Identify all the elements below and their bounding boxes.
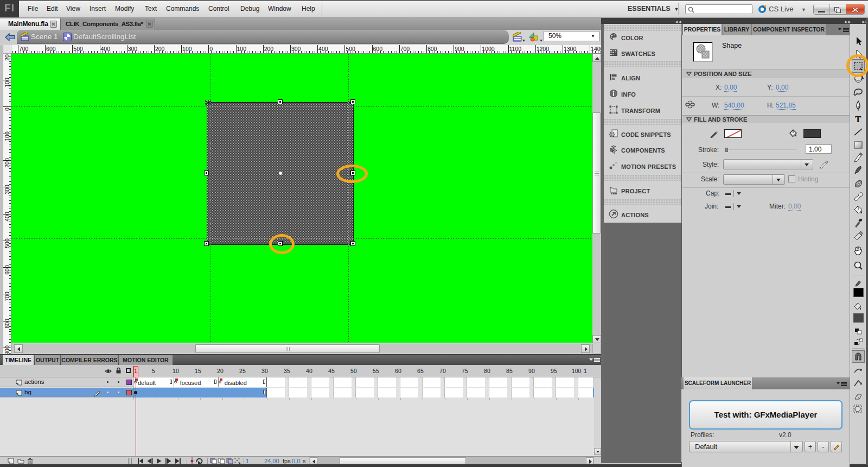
svg-text:T: T <box>855 114 861 124</box>
svg-text:{;}: {;} <box>609 131 615 137</box>
